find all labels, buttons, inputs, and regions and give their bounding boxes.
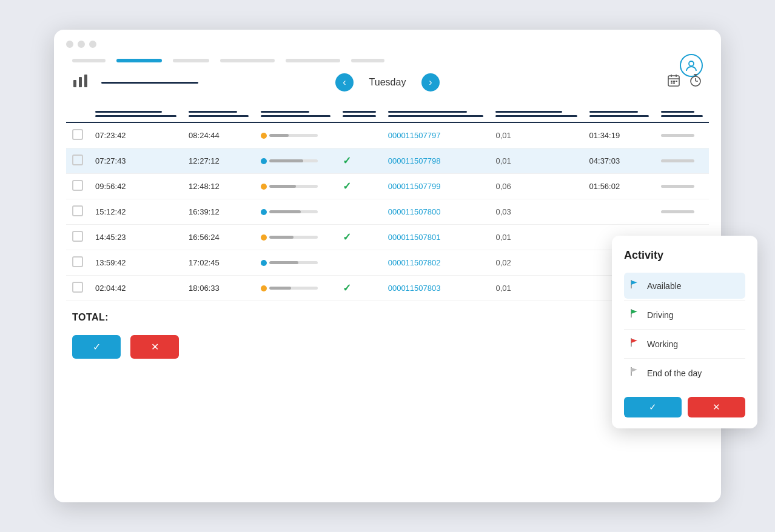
record-link[interactable]: 000011507798	[388, 156, 441, 165]
row-checkbox[interactable]	[72, 129, 83, 140]
duration-cell: 01:56:02	[589, 182, 620, 191]
row-checkbox[interactable]	[72, 180, 83, 191]
check-cell: ✓	[337, 148, 382, 174]
th-end[interactable]	[183, 98, 255, 122]
progress-bar	[269, 261, 318, 264]
nav-tabs	[54, 48, 721, 62]
activity-popup: Activity Available Driving	[612, 236, 757, 428]
popup-item-label-driving: Driving	[647, 310, 674, 320]
value-cell: 0,01	[489, 225, 583, 250]
th-duration[interactable]	[583, 98, 656, 122]
table-row: 07:27:43 12:27:12 ✓ 000011507798 0,01 04…	[66, 148, 709, 174]
row-checkbox[interactable]	[72, 155, 83, 165]
progress-bar-fill	[269, 185, 296, 188]
start-time-cell: 09:56:42	[89, 174, 183, 199]
record-link[interactable]: 000011507800	[388, 207, 441, 216]
th-value[interactable]	[489, 98, 583, 122]
popup-item-driving[interactable]: Driving	[624, 302, 745, 328]
value-cell: 0,06	[489, 174, 583, 199]
record-link[interactable]: 000011507801	[388, 233, 441, 242]
day-navigator: ‹ Tuesday ›	[335, 73, 440, 91]
svg-rect-9	[673, 81, 675, 82]
row-checkbox[interactable]	[72, 231, 83, 242]
progress-bar	[269, 185, 318, 188]
th-start[interactable]	[89, 98, 183, 122]
check-icon: ✓	[343, 181, 351, 192]
extra-cell	[655, 199, 709, 225]
th-activity[interactable]	[255, 98, 337, 122]
progress-bar-wrap	[261, 209, 330, 215]
record-link[interactable]: 000011507803	[388, 284, 441, 293]
window-dot-2	[78, 41, 85, 48]
progress-bar	[269, 287, 318, 290]
flag-icon-working	[629, 337, 640, 351]
link-cell[interactable]: 000011507801	[382, 225, 490, 250]
row-checkbox[interactable]	[72, 282, 83, 293]
start-time-cell: 13:59:42	[89, 250, 183, 276]
main-window: ‹ Tuesday ›	[54, 30, 721, 502]
popup-item-end_of_day[interactable]: End of the day	[624, 360, 745, 386]
th-extra[interactable]	[655, 98, 709, 122]
value-cell: 0,02	[489, 250, 583, 276]
activity-dot	[261, 260, 267, 266]
progress-bar-fill	[269, 210, 301, 213]
activity-dot	[261, 209, 267, 215]
th-checkbox	[66, 98, 89, 122]
th-id[interactable]	[382, 98, 490, 122]
record-link[interactable]: 000011507797	[388, 131, 441, 140]
duration-cell: 04:37:03	[589, 156, 620, 165]
title-bar	[54, 30, 721, 48]
popup-divider	[624, 300, 745, 301]
row-checkbox-cell	[66, 199, 89, 225]
chart-icon[interactable]	[72, 74, 89, 91]
row-checkbox-cell	[66, 174, 89, 199]
check-cell	[337, 199, 382, 225]
activity-cell	[255, 225, 337, 250]
row-checkbox[interactable]	[72, 256, 83, 267]
popup-item-label-available: Available	[647, 281, 682, 291]
svg-rect-8	[671, 81, 673, 82]
flag-icon-end_of_day	[629, 366, 640, 380]
progress-bar-fill	[269, 236, 294, 239]
popup-buttons: ✓ ✕	[624, 397, 745, 417]
popup-item-label-end_of_day: End of the day	[647, 368, 702, 378]
end-time-cell: 08:24:44	[183, 122, 255, 148]
gray-bar	[661, 210, 694, 213]
duration-cell	[583, 199, 656, 225]
day-label: Tuesday	[363, 77, 412, 88]
row-checkbox-cell	[66, 122, 89, 148]
link-cell[interactable]: 000011507800	[382, 199, 490, 225]
popup-cancel-button[interactable]: ✕	[688, 397, 745, 417]
record-link[interactable]: 000011507802	[388, 258, 441, 267]
timer-button[interactable]	[688, 73, 703, 91]
confirm-button[interactable]: ✓	[72, 335, 121, 359]
link-cell[interactable]: 000011507802	[382, 250, 490, 276]
activity-dot	[261, 158, 267, 164]
progress-bar-wrap	[261, 158, 330, 164]
popup-item-available[interactable]: Available	[624, 273, 745, 299]
link-cell[interactable]: 000011507798	[382, 148, 490, 174]
svg-rect-3	[84, 75, 87, 87]
popup-item-working[interactable]: Working	[624, 331, 745, 357]
cancel-button[interactable]: ✕	[130, 335, 179, 359]
popup-confirm-button[interactable]: ✓	[624, 397, 682, 417]
popup-divider	[624, 358, 745, 359]
link-cell[interactable]: 000011507799	[382, 174, 490, 199]
record-link[interactable]: 000011507799	[388, 182, 441, 191]
next-day-button[interactable]: ›	[421, 73, 440, 91]
link-cell[interactable]: 000011507797	[382, 122, 490, 148]
link-cell[interactable]: 000011507803	[382, 276, 490, 301]
flag-icon-available	[629, 279, 640, 293]
calendar-button[interactable]	[666, 73, 681, 91]
start-time-cell: 15:12:42	[89, 199, 183, 225]
table-row: 15:12:42 16:39:12 000011507800 0,03	[66, 199, 709, 225]
end-time-cell: 18:06:33	[183, 276, 255, 301]
check-cell: ✓	[337, 174, 382, 199]
extra-cell	[655, 122, 709, 148]
row-checkbox-cell	[66, 148, 89, 174]
progress-bar-fill	[269, 159, 303, 162]
row-checkbox-cell	[66, 225, 89, 250]
row-checkbox[interactable]	[72, 205, 83, 216]
th-check[interactable]	[337, 98, 382, 122]
prev-day-button[interactable]: ‹	[335, 73, 354, 91]
